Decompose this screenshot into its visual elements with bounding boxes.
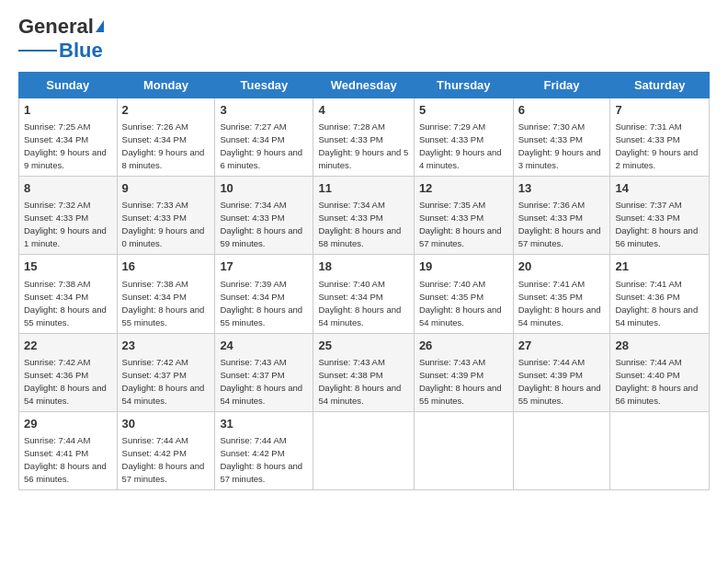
day-info: Sunrise: 7:34 AMSunset: 4:33 PMDaylight:… bbox=[220, 200, 302, 248]
week-row-1: 1Sunrise: 7:25 AMSunset: 4:34 PMDaylight… bbox=[19, 98, 710, 177]
day-info: Sunrise: 7:34 AMSunset: 4:33 PMDaylight:… bbox=[318, 200, 401, 248]
calendar: SundayMondayTuesdayWednesdayThursdayFrid… bbox=[18, 72, 710, 490]
day-number: 2 bbox=[122, 102, 210, 119]
day-number: 9 bbox=[122, 180, 210, 197]
logo-line bbox=[18, 50, 57, 52]
day-number: 13 bbox=[518, 180, 606, 197]
day-info: Sunrise: 7:44 AMSunset: 4:39 PMDaylight:… bbox=[518, 357, 601, 406]
day-info: Sunrise: 7:25 AMSunset: 4:34 PMDaylight:… bbox=[24, 121, 107, 170]
day-cell: 23Sunrise: 7:42 AMSunset: 4:37 PMDayligh… bbox=[117, 333, 215, 411]
page: General Blue SundayMondayTuesdayWednesda… bbox=[0, 0, 728, 563]
day-info: Sunrise: 7:29 AMSunset: 4:33 PMDaylight:… bbox=[419, 121, 502, 170]
day-cell: 19Sunrise: 7:40 AMSunset: 4:35 PMDayligh… bbox=[414, 255, 513, 333]
day-info: Sunrise: 7:44 AMSunset: 4:41 PMDaylight:… bbox=[24, 435, 107, 484]
day-header-sunday: Sunday bbox=[19, 73, 118, 98]
day-cell bbox=[313, 411, 414, 489]
day-number: 6 bbox=[518, 102, 606, 119]
day-header-saturday: Saturday bbox=[610, 73, 710, 98]
day-number: 3 bbox=[220, 102, 308, 119]
day-info: Sunrise: 7:44 AMSunset: 4:42 PMDaylight:… bbox=[122, 435, 205, 484]
day-cell: 5Sunrise: 7:29 AMSunset: 4:33 PMDaylight… bbox=[414, 98, 513, 177]
day-number: 1 bbox=[24, 102, 112, 119]
day-info: Sunrise: 7:33 AMSunset: 4:33 PMDaylight:… bbox=[122, 200, 205, 248]
day-number: 19 bbox=[419, 259, 508, 275]
day-cell: 8Sunrise: 7:32 AMSunset: 4:33 PMDaylight… bbox=[19, 177, 118, 255]
day-cell: 1Sunrise: 7:25 AMSunset: 4:34 PMDaylight… bbox=[19, 98, 118, 177]
day-number: 11 bbox=[318, 180, 408, 197]
day-cell: 21Sunrise: 7:41 AMSunset: 4:36 PMDayligh… bbox=[610, 255, 710, 333]
day-cell: 15Sunrise: 7:38 AMSunset: 4:34 PMDayligh… bbox=[19, 255, 118, 333]
day-info: Sunrise: 7:44 AMSunset: 4:40 PMDaylight:… bbox=[615, 357, 698, 406]
day-info: Sunrise: 7:37 AMSunset: 4:33 PMDaylight:… bbox=[615, 200, 698, 248]
day-cell: 3Sunrise: 7:27 AMSunset: 4:34 PMDaylight… bbox=[215, 98, 313, 177]
day-info: Sunrise: 7:41 AMSunset: 4:36 PMDaylight:… bbox=[615, 279, 698, 327]
day-cell: 12Sunrise: 7:35 AMSunset: 4:33 PMDayligh… bbox=[414, 177, 513, 255]
day-cell: 24Sunrise: 7:43 AMSunset: 4:37 PMDayligh… bbox=[215, 333, 313, 411]
day-cell: 14Sunrise: 7:37 AMSunset: 4:33 PMDayligh… bbox=[610, 177, 710, 255]
day-info: Sunrise: 7:36 AMSunset: 4:33 PMDaylight:… bbox=[518, 200, 601, 248]
day-info: Sunrise: 7:31 AMSunset: 4:33 PMDaylight:… bbox=[615, 121, 698, 170]
day-cell: 9Sunrise: 7:33 AMSunset: 4:33 PMDaylight… bbox=[117, 177, 215, 255]
day-info: Sunrise: 7:27 AMSunset: 4:34 PMDaylight:… bbox=[220, 121, 302, 170]
day-number: 12 bbox=[419, 180, 508, 197]
day-cell: 10Sunrise: 7:34 AMSunset: 4:33 PMDayligh… bbox=[215, 177, 313, 255]
day-number: 29 bbox=[24, 416, 112, 432]
day-info: Sunrise: 7:42 AMSunset: 4:36 PMDaylight:… bbox=[24, 357, 107, 406]
week-row-2: 8Sunrise: 7:32 AMSunset: 4:33 PMDaylight… bbox=[19, 177, 710, 255]
day-info: Sunrise: 7:26 AMSunset: 4:34 PMDaylight:… bbox=[122, 121, 205, 170]
day-number: 17 bbox=[220, 259, 308, 275]
day-number: 22 bbox=[24, 338, 112, 354]
day-cell: 31Sunrise: 7:44 AMSunset: 4:42 PMDayligh… bbox=[215, 411, 313, 489]
day-number: 4 bbox=[318, 102, 408, 119]
day-cell: 17Sunrise: 7:39 AMSunset: 4:34 PMDayligh… bbox=[215, 255, 313, 333]
day-number: 24 bbox=[220, 338, 308, 354]
day-info: Sunrise: 7:28 AMSunset: 4:33 PMDaylight:… bbox=[318, 121, 408, 170]
day-header-thursday: Thursday bbox=[414, 73, 513, 98]
day-cell: 2Sunrise: 7:26 AMSunset: 4:34 PMDaylight… bbox=[117, 98, 215, 177]
calendar-header-row: SundayMondayTuesdayWednesdayThursdayFrid… bbox=[19, 73, 710, 98]
logo: General Blue bbox=[18, 15, 104, 63]
day-info: Sunrise: 7:43 AMSunset: 4:39 PMDaylight:… bbox=[419, 357, 502, 406]
day-info: Sunrise: 7:40 AMSunset: 4:34 PMDaylight:… bbox=[318, 279, 401, 327]
week-row-3: 15Sunrise: 7:38 AMSunset: 4:34 PMDayligh… bbox=[19, 255, 710, 333]
day-number: 25 bbox=[318, 338, 408, 354]
day-cell: 20Sunrise: 7:41 AMSunset: 4:35 PMDayligh… bbox=[513, 255, 610, 333]
day-cell: 13Sunrise: 7:36 AMSunset: 4:33 PMDayligh… bbox=[513, 177, 610, 255]
day-header-wednesday: Wednesday bbox=[313, 73, 414, 98]
day-cell: 7Sunrise: 7:31 AMSunset: 4:33 PMDaylight… bbox=[610, 98, 710, 177]
day-number: 15 bbox=[24, 259, 112, 275]
day-number: 23 bbox=[122, 338, 210, 354]
day-cell: 11Sunrise: 7:34 AMSunset: 4:33 PMDayligh… bbox=[313, 177, 414, 255]
day-info: Sunrise: 7:32 AMSunset: 4:33 PMDaylight:… bbox=[24, 200, 107, 248]
day-info: Sunrise: 7:42 AMSunset: 4:37 PMDaylight:… bbox=[122, 357, 205, 406]
day-cell: 26Sunrise: 7:43 AMSunset: 4:39 PMDayligh… bbox=[414, 333, 513, 411]
day-number: 30 bbox=[122, 416, 210, 432]
day-info: Sunrise: 7:43 AMSunset: 4:38 PMDaylight:… bbox=[318, 357, 401, 406]
day-cell: 16Sunrise: 7:38 AMSunset: 4:34 PMDayligh… bbox=[117, 255, 215, 333]
calendar-body: 1Sunrise: 7:25 AMSunset: 4:34 PMDaylight… bbox=[19, 98, 710, 490]
day-cell: 22Sunrise: 7:42 AMSunset: 4:36 PMDayligh… bbox=[19, 333, 118, 411]
day-number: 14 bbox=[615, 180, 704, 197]
day-info: Sunrise: 7:30 AMSunset: 4:33 PMDaylight:… bbox=[518, 121, 601, 170]
day-number: 5 bbox=[419, 102, 508, 119]
day-number: 26 bbox=[419, 338, 508, 354]
day-cell: 29Sunrise: 7:44 AMSunset: 4:41 PMDayligh… bbox=[19, 411, 118, 489]
day-cell bbox=[414, 411, 513, 489]
day-cell: 4Sunrise: 7:28 AMSunset: 4:33 PMDaylight… bbox=[313, 98, 414, 177]
day-header-monday: Monday bbox=[117, 73, 215, 98]
day-number: 7 bbox=[615, 102, 704, 119]
day-number: 8 bbox=[24, 180, 112, 197]
week-row-5: 29Sunrise: 7:44 AMSunset: 4:41 PMDayligh… bbox=[19, 411, 710, 489]
day-cell: 6Sunrise: 7:30 AMSunset: 4:33 PMDaylight… bbox=[513, 98, 610, 177]
day-number: 20 bbox=[518, 259, 606, 275]
logo-blue: Blue bbox=[59, 39, 103, 63]
day-cell: 18Sunrise: 7:40 AMSunset: 4:34 PMDayligh… bbox=[313, 255, 414, 333]
day-number: 21 bbox=[615, 259, 704, 275]
day-number: 27 bbox=[518, 338, 606, 354]
day-info: Sunrise: 7:41 AMSunset: 4:35 PMDaylight:… bbox=[518, 279, 601, 327]
day-info: Sunrise: 7:44 AMSunset: 4:42 PMDaylight:… bbox=[220, 435, 302, 484]
week-row-4: 22Sunrise: 7:42 AMSunset: 4:36 PMDayligh… bbox=[19, 333, 710, 411]
day-cell: 27Sunrise: 7:44 AMSunset: 4:39 PMDayligh… bbox=[513, 333, 610, 411]
day-info: Sunrise: 7:38 AMSunset: 4:34 PMDaylight:… bbox=[122, 279, 205, 327]
day-cell bbox=[610, 411, 710, 489]
